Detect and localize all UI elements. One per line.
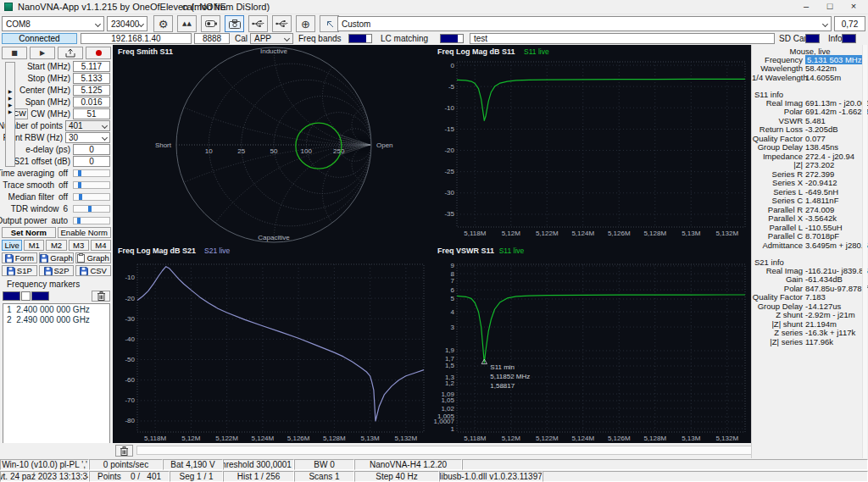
cw-field[interactable]: 51 <box>73 108 110 119</box>
slider[interactable] <box>73 193 110 201</box>
edit-value-field[interactable]: 0,72 <box>834 16 865 31</box>
baud-rate-select[interactable]: 230400 <box>107 16 147 31</box>
save-s2p-button[interactable]: S2P <box>39 265 75 276</box>
slider-thumb[interactable] <box>78 182 81 188</box>
app-icon <box>4 3 13 11</box>
slider-thumb[interactable] <box>77 218 81 224</box>
slider-thumb[interactable] <box>78 170 81 176</box>
field-row: Center (MHz) 5.125 <box>0 84 113 96</box>
slider-row: Time averagingoff <box>0 167 113 179</box>
edelay-field[interactable]: 0 <box>73 144 110 155</box>
preset-select[interactable]: Custom <box>337 16 832 31</box>
svg-text:1,2: 1,2 <box>445 380 455 387</box>
center-field[interactable]: 5.125 <box>73 85 110 96</box>
save-csv-button[interactable]: CSV <box>75 265 111 276</box>
chart-freq-log-mag-db-s21[interactable]: 5,118M5,12M5,122M5,124M5,126M5,128M5,13M… <box>113 244 432 443</box>
status-bar: Win-10 (v10.0) pl-PL ','0 points/secBat … <box>0 458 868 482</box>
play-button[interactable]: ▶ <box>30 47 55 59</box>
preset-value: Custom <box>342 19 370 29</box>
slider-thumb[interactable] <box>79 194 82 200</box>
settings-button[interactable]: ⚙ <box>153 15 173 32</box>
freq-bands-color-swatch[interactable] <box>348 34 372 43</box>
record-button[interactable] <box>86 47 111 59</box>
list-item[interactable]: 1 2.400 000 000 GHz <box>3 305 109 315</box>
connection-bar: Connected 192.168.1.40 8888 Cal APP Freq… <box>0 33 868 45</box>
start-field[interactable]: 5.117 <box>73 61 110 72</box>
slider[interactable] <box>73 181 110 189</box>
chart-freq-log-mag-db-s11[interactable]: 5,118M5,12M5,122M5,124M5,126M5,128M5,13M… <box>432 45 751 244</box>
close-icon[interactable]: × <box>842 0 865 13</box>
rbw-select[interactable]: 30 <box>65 132 110 143</box>
field-row: Number of points 401 <box>0 119 113 131</box>
chart-freq-vswr-s11[interactable]: 5,118M5,12M5,122M5,124M5,126M5,128M5,13M… <box>432 244 751 443</box>
save-s1p-button[interactable]: S1P <box>2 265 37 276</box>
s21-offset-field[interactable]: 0 <box>73 156 110 167</box>
stop-button[interactable]: ■ <box>2 47 27 59</box>
ip-address-field[interactable]: 192.168.1.40 <box>81 33 192 44</box>
battery-button[interactable] <box>201 15 220 32</box>
sd-card-color-swatch[interactable] <box>805 34 820 43</box>
info-row: Polar691.42m -1.66276° <box>752 108 868 117</box>
preset-name-field[interactable]: test <box>470 33 775 44</box>
target-button[interactable]: ⊕ <box>296 15 315 32</box>
slider-value: auto <box>52 216 68 225</box>
clear-strip-button[interactable] <box>115 445 133 457</box>
set-norm-button[interactable]: Set Norm <box>2 227 56 238</box>
list-item[interactable]: 2 2.490 000 000 GHz <box>3 315 109 325</box>
save-buttons-row1: FormGraphGraph <box>0 252 113 264</box>
info-label: Parallel C <box>752 231 803 241</box>
com-port-select[interactable]: COM8 <box>2 16 104 31</box>
save-graph-button[interactable]: Graph <box>39 252 75 263</box>
marker1-color-swatch[interactable] <box>3 291 20 301</box>
slider-thumb[interactable] <box>88 206 92 212</box>
memory-button-m4[interactable]: M4 <box>91 240 111 251</box>
title-bar: NanoVNA-App v1.1.215 by OneOfEleven (mod… <box>0 0 868 14</box>
cw-label: CW (MHz) <box>31 109 70 119</box>
lc-matching-color-swatch[interactable] <box>440 34 464 43</box>
delete-markers-button[interactable] <box>92 291 110 302</box>
slider[interactable] <box>73 217 110 224</box>
info-color-swatch[interactable] <box>842 34 856 43</box>
zoom-reset-button[interactable] <box>320 15 339 32</box>
span-field[interactable]: 0.016 <box>73 97 110 108</box>
stop-field[interactable]: 5.133 <box>73 73 110 84</box>
info-value: -2.92m - j21m <box>805 310 855 319</box>
scrollbar[interactable] <box>862 45 867 458</box>
slider[interactable] <box>73 169 110 177</box>
marker-list[interactable]: 1 2.400 000 000 GHz 2 2.490 000 000 GHz <box>3 303 110 457</box>
cal-mode-select[interactable]: APP <box>250 33 293 44</box>
points-select[interactable]: 401 <box>65 120 110 131</box>
chevron-down-icon <box>102 122 108 128</box>
export-button[interactable] <box>58 47 83 59</box>
usb-button[interactable] <box>272 15 292 32</box>
minimize-icon[interactable]: – <box>794 0 818 13</box>
save-form-button[interactable]: Form <box>2 252 37 263</box>
svg-text:5,122M: 5,122M <box>215 435 238 442</box>
raise-button[interactable]: ▲▲ <box>177 15 197 32</box>
button-label: CSV <box>90 266 107 275</box>
memory-button-m2[interactable]: M2 <box>46 240 66 251</box>
memory-button-m3[interactable]: M3 <box>69 240 89 251</box>
connect-button[interactable]: Connected <box>2 33 77 44</box>
screenshot-button[interactable] <box>225 15 244 32</box>
svg-text:5,132M: 5,132M <box>715 435 738 442</box>
message-field <box>136 446 753 455</box>
marker2-color-swatch[interactable] <box>31 291 49 301</box>
status-cell: Step 40 Hz <box>354 471 439 482</box>
maximize-icon[interactable]: □ <box>818 0 842 13</box>
memory-buttons: LiveM1M2M3M4 <box>0 239 113 252</box>
smith-chart[interactable]: 102550100250InductiveCapacitiveShortOpen… <box>113 45 432 244</box>
sweep-expand-button[interactable]: ▶▶▶▶ <box>5 62 15 167</box>
marker-color-swatch-blank[interactable] <box>21 291 31 301</box>
slider[interactable] <box>73 205 110 213</box>
port-field[interactable]: 8888 <box>194 33 230 44</box>
info-row: Series L-649.5nH <box>752 187 868 197</box>
save-graph-button[interactable]: Graph <box>75 252 111 263</box>
enable-norm-button[interactable]: Enable Norm <box>58 227 112 238</box>
info-row: Parallel X-3.5642k <box>752 214 868 224</box>
info-row: Return Loss-3.205dB <box>752 125 868 135</box>
usb-button[interactable] <box>248 15 268 32</box>
memory-button-live[interactable]: Live <box>2 240 22 251</box>
memory-button-m1[interactable]: M1 <box>24 240 44 251</box>
info-label: Parallel X <box>752 213 803 223</box>
